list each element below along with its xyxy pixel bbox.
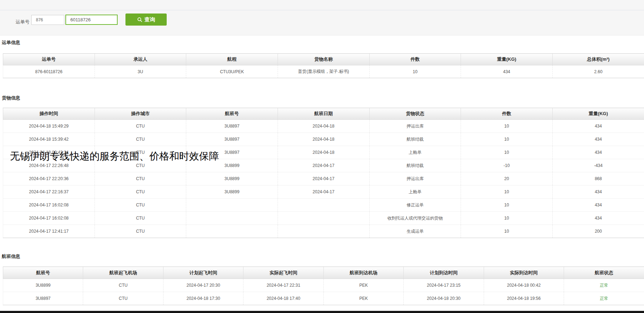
column-header: 运单号 xyxy=(3,54,95,65)
table-cell: 2024-04-17 23:15 xyxy=(404,279,484,292)
table-cell: 10 xyxy=(461,185,553,199)
table-cell: 2024-04-17 22:20:36 xyxy=(3,172,95,185)
table-cell: 2024-04-18 20:30 xyxy=(404,292,484,305)
waybill-table: 运单号承运人航程货物名称件数重量(KG)总体积(m³)876-601187263… xyxy=(3,53,644,78)
flight-status-normal: 正常 xyxy=(564,292,644,305)
main-content: 运单信息 运单号承运人航程货物名称件数重量(KG)总体积(m³)876-6011… xyxy=(0,39,644,305)
table-cell: 上舱单 xyxy=(369,146,461,159)
cargo-section-title: 货物信息 xyxy=(2,95,644,101)
table-row: 2024-04-17 16:02:08CTU收到托运人或代理交运的货物10434 xyxy=(3,212,644,225)
table-cell: 3U xyxy=(95,65,186,78)
table-cell: 收到托运人或代理交运的货物 xyxy=(369,212,461,225)
table-row: 2024-04-17 12:41:17CTU生成运单10200 xyxy=(3,225,644,238)
table-cell: 2.60 xyxy=(552,65,644,78)
table-cell: 868 xyxy=(552,172,644,185)
query-button[interactable]: 查询 xyxy=(125,14,167,26)
table-cell: 生成运单 xyxy=(369,225,461,238)
table-cell: 2024-04-18 19:56 xyxy=(484,292,564,305)
table-cell: 航班结载 xyxy=(369,133,461,146)
table-cell: PEK xyxy=(323,292,403,305)
column-header: 操作时间 xyxy=(3,108,95,120)
column-header: 重量(KG) xyxy=(461,54,553,65)
table-cell: CTU xyxy=(95,185,186,199)
table-cell: CTU xyxy=(95,133,186,146)
table-row: 876-601187263UCTU3U/PEK普货(显示模组，架子.标书)104… xyxy=(3,65,644,78)
table-cell: 3U8897 xyxy=(186,120,278,133)
table-cell: 2024-04-18 xyxy=(278,120,369,133)
waybill-prefix-input[interactable] xyxy=(31,15,64,25)
column-header: 总体积(m³) xyxy=(552,54,644,65)
waybill-number-input[interactable] xyxy=(65,15,118,25)
table-cell: 434 xyxy=(552,120,644,133)
cargo-table: 操作时间操作城市航班号航班日期货物状态件数重量(KG)2024-04-18 15… xyxy=(3,108,644,238)
table-cell: CTU xyxy=(95,172,186,185)
table-cell: 434 xyxy=(552,146,644,159)
flight-table: 航班号航班起飞机场计划起飞时间实际起飞时间航班到达机场计划到达时间实际到达时间航… xyxy=(3,266,644,305)
table-cell: 2024-04-18 xyxy=(278,133,369,146)
table-cell: 10 xyxy=(369,65,461,78)
column-header: 重量(KG) xyxy=(552,108,644,120)
waybill-section-title: 运单信息 xyxy=(2,39,644,46)
table-cell: -10 xyxy=(461,159,553,172)
table-cell: 10 xyxy=(461,225,553,238)
table-cell: 3U8899 xyxy=(3,279,83,292)
column-header: 航班状态 xyxy=(564,267,644,279)
header-row: 操作时间操作城市航班号航班日期货物状态件数重量(KG) xyxy=(3,108,644,120)
table-cell: 2024-04-18 17:40 xyxy=(243,292,323,305)
query-button-label: 查询 xyxy=(145,16,155,23)
footer-bar xyxy=(0,311,644,313)
overlay-spam-text: 无锡伊朗专线快递的服务范围、价格和时效保障 xyxy=(10,150,219,163)
table-cell: 876-60118726 xyxy=(3,65,95,78)
column-header: 航班日期 xyxy=(278,108,369,120)
column-header: 实际起飞时间 xyxy=(243,267,323,279)
column-header: 货物名称 xyxy=(278,54,369,65)
table-cell: 2024-04-18 17:30 xyxy=(163,292,243,305)
table-cell: 押运出库 xyxy=(369,172,461,185)
table-cell: CTU xyxy=(95,199,186,212)
table-cell: 2024-04-17 xyxy=(278,185,369,199)
column-header: 计划到达时间 xyxy=(404,267,484,279)
waybill-number-label: 运单号 xyxy=(16,19,29,25)
table-cell: PEK xyxy=(323,279,403,292)
column-header: 件数 xyxy=(461,108,553,120)
table-cell: 普货(显示模组，架子.标书) xyxy=(278,65,369,78)
table-cell xyxy=(186,225,278,238)
column-header: 航班号 xyxy=(3,267,83,279)
table-cell: 2024-04-17 22:16:37 xyxy=(3,185,95,199)
table-cell: 上舱单 xyxy=(369,185,461,199)
table-cell: 3U8899 xyxy=(186,172,278,185)
table-cell: 2024-04-17 16:02:08 xyxy=(3,199,95,212)
table-cell: 2024-04-18 15:39:42 xyxy=(3,133,95,146)
table-cell: 200 xyxy=(552,225,644,238)
table-cell: 3U8899 xyxy=(186,185,278,199)
table-cell: 434 xyxy=(552,133,644,146)
table-cell: CTU xyxy=(95,225,186,238)
column-header: 航程 xyxy=(186,54,278,65)
table-cell: 434 xyxy=(552,185,644,199)
table-cell: 434 xyxy=(552,212,644,225)
table-cell: 2024-04-18 xyxy=(278,146,369,159)
header-row: 航班号航班起飞机场计划起飞时间实际起飞时间航班到达机场计划到达时间实际到达时间航… xyxy=(3,267,644,279)
table-cell: 2024-04-17 12:41:17 xyxy=(3,225,95,238)
table-cell: 434 xyxy=(552,199,644,212)
table-cell: 2024-04-17 xyxy=(278,159,369,172)
table-cell xyxy=(186,212,278,225)
table-cell xyxy=(278,199,369,212)
column-header: 航班号 xyxy=(186,108,278,120)
table-cell: 3U8897 xyxy=(3,292,83,305)
table-cell: 航班结载 xyxy=(369,159,461,172)
table-cell xyxy=(278,212,369,225)
table-cell: 3U8897 xyxy=(186,133,278,146)
table-cell: CTU xyxy=(95,120,186,133)
table-cell: 10 xyxy=(461,212,553,225)
column-header: 货物状态 xyxy=(369,108,461,120)
flight-status-normal: 正常 xyxy=(564,279,644,292)
table-cell: 2024-04-17 20:30 xyxy=(163,279,243,292)
table-cell: 434 xyxy=(461,65,553,78)
table-cell: 10 xyxy=(461,199,553,212)
table-cell: 2024-04-17 xyxy=(278,172,369,185)
table-cell: 20 xyxy=(461,172,553,185)
table-cell: 2024-04-17 16:02:08 xyxy=(3,212,95,225)
table-cell: CTU xyxy=(95,212,186,225)
search-form: 运单号 查询 xyxy=(0,10,644,36)
